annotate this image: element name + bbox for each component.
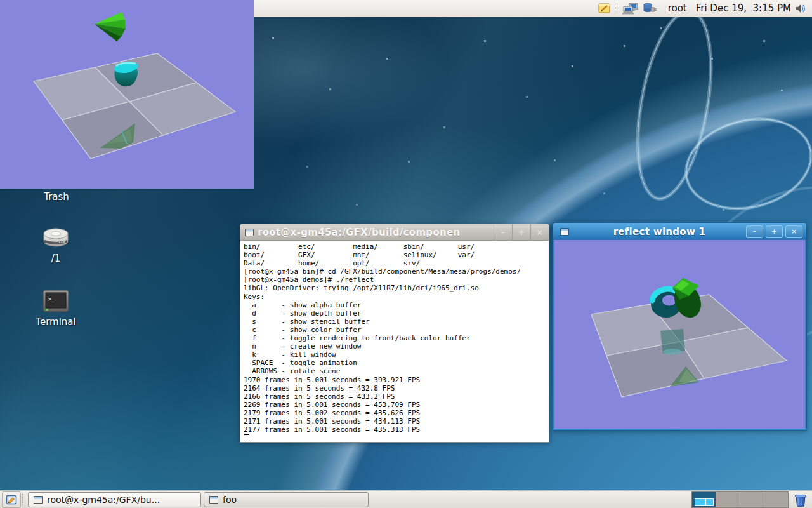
drive-label: /1	[51, 253, 61, 264]
task-window-icon	[34, 496, 43, 504]
reflect-window-icon	[560, 228, 569, 236]
workspace-4[interactable]	[764, 492, 788, 507]
minimize-button[interactable]: –	[746, 225, 763, 238]
workspace-2[interactable]	[716, 492, 740, 507]
terminal-window-title: root@x-gm45a:/GFX/build/componen	[258, 227, 494, 238]
terminal-line: f - toggle rendering to front/back color…	[244, 334, 548, 342]
trash-label: Trash	[44, 191, 69, 203]
task-window-icon	[209, 496, 218, 504]
desktop-icon-trash[interactable]: Trash	[28, 190, 85, 203]
show-desktop-button[interactable]	[2, 491, 21, 508]
reflect-window-titlebar[interactable]: reflect window 1 – + ×	[553, 223, 806, 240]
close-button[interactable]: ×	[785, 225, 802, 238]
workspace-switcher	[691, 491, 789, 508]
reflect-window-1: reflect window 1 – + ×	[553, 222, 807, 431]
clock-applet[interactable]: Fri Dec 19, 3:15 PM	[696, 3, 791, 14]
task-button-label: root@x-gm45a:/GFX/bu...	[47, 495, 160, 505]
reflect-window-title: reflect window 1	[573, 226, 746, 237]
terminal-titlebar[interactable]: root@x-gm45a:/GFX/build/componen – + ×	[240, 224, 549, 241]
taskbar-separator	[22, 494, 23, 505]
terminal-line: s - show stencil buffer	[244, 318, 548, 326]
terminal-line: 2177 frames in 5.001 seconds = 435.313 F…	[244, 425, 548, 434]
terminal-window-icon	[245, 229, 254, 236]
terminal-line: 1970 frames in 5.001 seconds = 393.921 F…	[244, 376, 548, 384]
terminal-line: Data/ home/ opt/ srv/	[244, 259, 548, 267]
user-switcher[interactable]: root	[668, 3, 687, 14]
task-button-label: foo	[223, 495, 237, 505]
task-button-foo[interactable]: foo	[204, 492, 369, 507]
workspace-mini-window	[695, 498, 705, 506]
terminal-line: [root@x-gm45a demos]# ./reflect	[244, 276, 548, 284]
terminal-line: 2269 frames in 5.001 seconds = 453.709 F…	[244, 401, 548, 409]
terminal-line: n - create new window	[244, 342, 548, 351]
svg-text:>_: >_	[48, 296, 55, 302]
maximize-button[interactable]: +	[512, 224, 530, 240]
workstations-tray-icon[interactable]	[622, 2, 639, 15]
taskbar: root@x-gm45a:/GFX/bu... foo	[0, 490, 812, 508]
close-button[interactable]: ×	[530, 224, 549, 240]
desktop-icon-terminal[interactable]: >_ Terminal	[29, 288, 82, 328]
reflect-scene-window1	[554, 240, 805, 429]
terminal-line: a - show alpha buffer	[244, 301, 548, 309]
terminal-line: bin/ etc/ media/ sbin/ usr/	[244, 243, 548, 251]
task-button-terminal[interactable]: root@x-gm45a:/GFX/bu...	[28, 492, 201, 507]
terminal-line: boot/ GFX/ mnt/ selinux/ var/	[244, 251, 548, 259]
terminal-line: d - show depth buffer	[244, 309, 548, 318]
terminal-line: SPACE - toggle animation	[244, 359, 548, 367]
terminal-cursor	[244, 434, 249, 441]
volume-icon[interactable]	[795, 3, 807, 14]
terminal-icon: >_	[41, 288, 70, 315]
workspace-3[interactable]	[740, 492, 764, 507]
terminal-label: Terminal	[36, 316, 75, 328]
terminal-line: 2179 frames in 5.002 seconds = 435.626 F…	[244, 409, 548, 417]
terminal-line: 2164 frames in 5 seconds = 432.8 FPS	[244, 384, 548, 392]
terminal-line: [root@x-gm45a bin]# cd /GFX/build/compon…	[244, 267, 548, 276]
disk-mounter-tray-icon[interactable]	[643, 2, 658, 15]
workspace-1[interactable]	[692, 492, 716, 507]
harddrive-icon	[41, 225, 70, 251]
terminal-line: libGL: OpenDriver: trying /opt/X11R7/lib…	[244, 284, 548, 292]
workspace-mini-window	[705, 498, 714, 506]
reflect-scene-foo	[0, 0, 254, 189]
terminal-line: c - show color buffer	[244, 326, 548, 334]
desktop-icon-drive[interactable]: /1	[36, 225, 76, 264]
gl-window-foo[interactable]	[0, 0, 254, 189]
tray-separator	[617, 3, 617, 14]
terminal-line: Keys:	[244, 293, 548, 301]
terminal-window: root@x-gm45a:/GFX/build/componen – + × b…	[240, 224, 549, 443]
trash-applet-icon[interactable]	[793, 492, 808, 507]
terminal-output[interactable]: bin/ etc/ media/ sbin/ usr/ boot/ GFX/ m…	[241, 241, 548, 441]
terminal-line: 2166 frames in 5 seconds = 433.2 FPS	[244, 392, 548, 401]
terminal-line: 2171 frames in 5.001 seconds = 434.113 F…	[244, 417, 548, 425]
minimize-button[interactable]: –	[494, 224, 512, 240]
terminal-line: k - kill window	[244, 351, 548, 359]
notes-applet-icon[interactable]	[598, 2, 612, 15]
reflect-window-content[interactable]	[554, 240, 805, 429]
terminal-line: ARROWS - rotate scene	[244, 367, 548, 375]
maximize-button[interactable]: +	[766, 225, 783, 238]
